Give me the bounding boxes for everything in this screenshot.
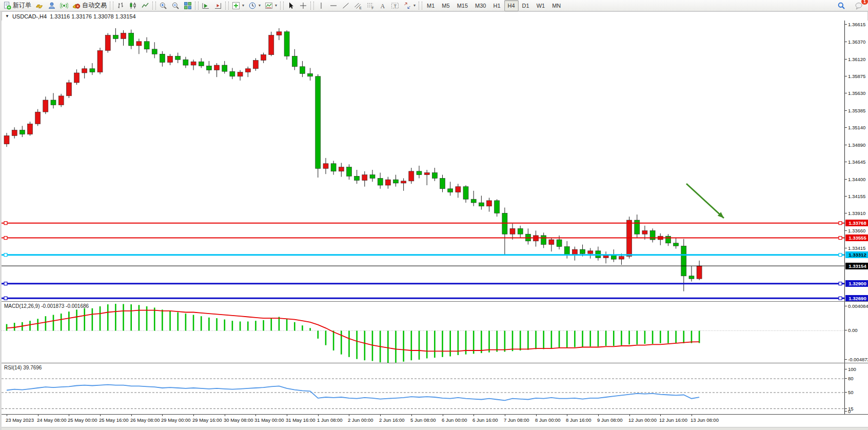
cursor-button[interactable] bbox=[285, 0, 297, 11]
chevron-down-icon[interactable]: ▾ bbox=[242, 3, 244, 8]
time-axis[interactable]: 23 May 202324 May 08:0025 May 00:0025 Ma… bbox=[2, 414, 868, 427]
time-tick bbox=[131, 415, 132, 416]
text-button[interactable]: A bbox=[377, 0, 389, 11]
cursor-icon bbox=[287, 2, 295, 10]
time-tick bbox=[7, 415, 7, 416]
timeframe-button-mn[interactable]: MN bbox=[548, 0, 564, 11]
trendline-button[interactable] bbox=[340, 0, 352, 11]
zoom-out-button[interactable] bbox=[169, 0, 182, 11]
trend-icon bbox=[342, 2, 350, 10]
price-tick: 1.33415 bbox=[845, 245, 868, 251]
periods-button[interactable]: ▾ bbox=[246, 0, 263, 11]
channel-icon: E bbox=[354, 2, 362, 10]
price-tick: 1.34400 bbox=[845, 176, 868, 182]
bar-chart-icon bbox=[116, 2, 125, 10]
radio-icon bbox=[60, 2, 68, 10]
time-tick bbox=[100, 415, 101, 416]
arrow-annotation bbox=[686, 184, 724, 218]
time-tick bbox=[162, 415, 163, 416]
rsi-tick: 80 bbox=[845, 375, 868, 381]
time-label: 31 May 00:00 bbox=[254, 417, 284, 423]
line-chart-button[interactable] bbox=[139, 0, 151, 11]
time-tick bbox=[474, 415, 474, 416]
time-label: 5 Jun 08:00 bbox=[410, 417, 436, 423]
time-tick bbox=[318, 415, 319, 416]
price-axis[interactable]: 1.366151.363701.361201.358751.356301.353… bbox=[844, 21, 868, 301]
news-radio-button[interactable] bbox=[58, 0, 70, 11]
channel-button[interactable]: E bbox=[352, 0, 364, 11]
fibonacci-button[interactable]: F bbox=[364, 0, 377, 11]
price-tick: 1.36370 bbox=[845, 38, 868, 45]
chart-shift-button[interactable] bbox=[212, 0, 224, 11]
timeframe-button-m15[interactable]: M15 bbox=[453, 0, 471, 11]
candle-chart-button[interactable] bbox=[127, 0, 139, 11]
price-chart-canvas[interactable] bbox=[2, 21, 844, 301]
time-tick bbox=[69, 415, 69, 416]
autotrade-button[interactable]: 自动交易 bbox=[70, 0, 109, 11]
new-order-button[interactable]: 新订单 bbox=[1, 0, 33, 11]
arrows-button[interactable]: ▾ bbox=[401, 0, 418, 11]
price-tick: 1.35875 bbox=[845, 73, 868, 79]
toolbar-separator bbox=[419, 2, 422, 10]
candles-icon bbox=[129, 2, 137, 10]
indicators-button[interactable]: ▾ bbox=[230, 0, 246, 11]
rsi-label: RSI(14) 39.7696 bbox=[4, 365, 42, 370]
signals-button[interactable] bbox=[46, 0, 58, 11]
macd-label: MACD(12,26,9) -0.001873 -0.001686 bbox=[4, 303, 89, 309]
rsi-canvas[interactable] bbox=[2, 364, 844, 415]
rsi-axis[interactable]: 1008050150 bbox=[844, 363, 868, 414]
notifications-button[interactable]: 1 bbox=[853, 0, 865, 11]
notification-badge: 1 bbox=[861, 0, 868, 5]
chevron-down-icon[interactable]: ▾ bbox=[275, 3, 277, 8]
hline-price-label: 1.33555 bbox=[845, 234, 868, 241]
price-tick: 1.34155 bbox=[845, 193, 868, 199]
svg-text:A: A bbox=[381, 2, 385, 9]
time-tick bbox=[443, 415, 443, 416]
timeframe-button-h4[interactable]: H4 bbox=[504, 0, 519, 11]
chart-collapse-icon[interactable]: ▼ bbox=[5, 14, 9, 18]
timeframe-button-m5[interactable]: M5 bbox=[438, 0, 453, 11]
chart-symbol-period: USDCAD-,H4 bbox=[12, 13, 47, 19]
new-order-button-label: 新订单 bbox=[13, 1, 31, 10]
chevron-down-icon[interactable]: ▾ bbox=[259, 3, 261, 8]
macd-canvas[interactable] bbox=[2, 302, 844, 363]
indicators-icon bbox=[232, 2, 240, 10]
window-bottom-edge bbox=[2, 427, 868, 430]
gold-button[interactable] bbox=[33, 0, 46, 11]
clock-icon bbox=[248, 2, 257, 10]
autotrade-icon bbox=[72, 2, 81, 10]
price-tick: 1.33660 bbox=[845, 227, 868, 233]
new-order-icon bbox=[3, 2, 11, 10]
auto-scroll-button[interactable] bbox=[200, 0, 212, 11]
time-label: 24 May 08:00 bbox=[37, 417, 67, 423]
bar-chart-button[interactable] bbox=[114, 0, 127, 11]
time-tick bbox=[629, 415, 630, 416]
zoom-in-button[interactable] bbox=[157, 0, 169, 11]
macd-tick: 0.00 bbox=[845, 327, 868, 333]
text-label-button[interactable]: T bbox=[389, 0, 401, 11]
zoom-out-icon bbox=[171, 2, 180, 10]
fibo-icon: F bbox=[366, 2, 374, 10]
tile-windows-button[interactable] bbox=[182, 0, 194, 11]
macd-axis[interactable]: 0.0040840.00-0.004872 bbox=[844, 302, 868, 363]
templates-button[interactable]: ▾ bbox=[263, 0, 279, 11]
horizontal-line-button[interactable] bbox=[327, 0, 340, 11]
crosshair-button[interactable] bbox=[297, 0, 309, 11]
search-button[interactable] bbox=[835, 0, 847, 11]
timeframe-button-m30[interactable]: M30 bbox=[471, 0, 489, 11]
autotrade-button-label: 自动交易 bbox=[82, 1, 107, 10]
rsi-tick: 0 bbox=[845, 408, 868, 414]
time-label: 7 Jun 08:00 bbox=[504, 417, 529, 423]
timeframe-button-h1[interactable]: H1 bbox=[489, 0, 504, 11]
chevron-down-icon[interactable]: ▾ bbox=[413, 3, 416, 8]
timeframe-button-m1[interactable]: M1 bbox=[423, 0, 438, 11]
timeframe-button-d1[interactable]: D1 bbox=[519, 0, 533, 11]
svg-text:T: T bbox=[394, 3, 397, 8]
timeframe-button-w1[interactable]: W1 bbox=[533, 0, 549, 11]
shift-icon bbox=[214, 2, 222, 10]
tile-icon bbox=[184, 2, 192, 10]
vline-icon bbox=[317, 2, 325, 10]
vertical-line-button[interactable] bbox=[315, 0, 327, 11]
rsi-tick: 50 bbox=[845, 389, 868, 395]
toolbar-separator bbox=[280, 2, 284, 10]
